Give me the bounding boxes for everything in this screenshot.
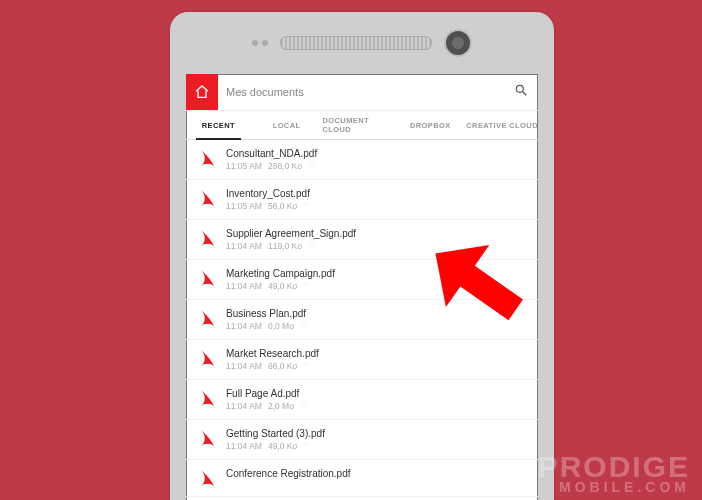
- file-meta: 11:04 AM0,0 Mo♡: [226, 321, 526, 331]
- favorite-icon: ♡: [300, 322, 307, 331]
- pdf-icon: [196, 188, 216, 208]
- list-item[interactable]: Marketing Campaign.pdf11:04 AM49,0 Ko♡: [186, 260, 538, 300]
- tab-dropbox[interactable]: DROPBOX: [394, 111, 466, 139]
- list-item[interactable]: Inventory_Cost.pdf11:05 AM56,0 Ko♡: [186, 180, 538, 220]
- favorite-icon: ♡: [303, 362, 310, 371]
- sensor-dots: [252, 40, 268, 46]
- favorite-icon: ♡: [303, 202, 310, 211]
- pdf-icon: [196, 148, 216, 168]
- file-name: Inventory_Cost.pdf: [226, 188, 526, 199]
- svg-line-1: [523, 92, 527, 96]
- file-name: Supplier Agreement_Sign.pdf: [226, 228, 526, 239]
- watermark-line2: MOBILE.COM: [538, 480, 690, 494]
- pdf-icon: [196, 468, 216, 488]
- file-name: Market Research.pdf: [226, 348, 526, 359]
- pdf-icon: [196, 388, 216, 408]
- pdf-icon: [196, 348, 216, 368]
- tab-bar: RECENT LOCAL DOCUMENT CLOUD DROPBOX CREA…: [186, 111, 538, 140]
- file-meta: 11:05 AM56,0 Ko♡: [226, 201, 526, 211]
- file-list: Consultant_NDA.pdf11:05 AM286,0 Ko♡ Inve…: [186, 140, 538, 497]
- file-name: Business Plan.pdf: [226, 308, 526, 319]
- favorite-icon: ♡: [303, 442, 310, 451]
- front-camera: [444, 29, 472, 57]
- tab-creative-cloud[interactable]: CREATIVE CLOUD: [466, 111, 538, 139]
- watermark: PRODIGE MOBILE.COM: [538, 452, 690, 494]
- file-meta: 11:04 AM49,0 Ko♡: [226, 281, 526, 291]
- list-item[interactable]: Consultant_NDA.pdf11:05 AM286,0 Ko♡: [186, 140, 538, 180]
- file-name: Full Page Ad.pdf: [226, 388, 526, 399]
- file-name: Marketing Campaign.pdf: [226, 268, 526, 279]
- file-meta: 11:05 AM286,0 Ko♡: [226, 161, 526, 171]
- svg-point-0: [516, 85, 523, 92]
- list-item[interactable]: Market Research.pdf11:04 AM66,0 Ko♡: [186, 340, 538, 380]
- favorite-icon: ♡: [308, 162, 315, 171]
- speaker-grille: [280, 36, 432, 50]
- page-title: Mes documents: [218, 86, 504, 98]
- pdf-icon: [196, 308, 216, 328]
- file-meta: 11:04 AM2,0 Mo♡: [226, 401, 526, 411]
- file-meta: 11:04 AM49,0 Ko♡: [226, 441, 526, 451]
- file-meta: 11:04 AM119,0 Ko♡: [226, 241, 526, 251]
- file-name: Getting Started (3).pdf: [226, 428, 526, 439]
- pdf-icon: [196, 268, 216, 288]
- list-item[interactable]: Getting Started (3).pdf11:04 AM49,0 Ko♡: [186, 420, 538, 460]
- tab-recent[interactable]: RECENT: [186, 111, 251, 139]
- phone-frame: Mes documents RECENT LOCAL DOCUMENT CLOU…: [170, 12, 554, 500]
- pdf-icon: [196, 228, 216, 248]
- phone-top-hardware: [170, 30, 554, 56]
- file-name: Consultant_NDA.pdf: [226, 148, 526, 159]
- tab-document-cloud[interactable]: DOCUMENT CLOUD: [323, 111, 395, 139]
- favorite-icon: ♡: [300, 402, 307, 411]
- favorite-icon: ♡: [308, 242, 315, 251]
- app-header: Mes documents: [186, 74, 538, 111]
- search-icon[interactable]: [504, 83, 538, 101]
- watermark-line1: PRODIGE: [538, 452, 690, 482]
- tab-local[interactable]: LOCAL: [251, 111, 323, 139]
- favorite-icon: ♡: [303, 282, 310, 291]
- phone-screen: Mes documents RECENT LOCAL DOCUMENT CLOU…: [186, 74, 538, 500]
- list-item[interactable]: Business Plan.pdf11:04 AM0,0 Mo♡: [186, 300, 538, 340]
- home-icon[interactable]: [186, 74, 218, 110]
- file-meta: 11:04 AM66,0 Ko♡: [226, 361, 526, 371]
- file-name: Conference Registration.pdf: [226, 468, 526, 479]
- list-item[interactable]: Supplier Agreement_Sign.pdf11:04 AM119,0…: [186, 220, 538, 260]
- list-item[interactable]: Conference Registration.pdf: [186, 460, 538, 497]
- pdf-icon: [196, 428, 216, 448]
- list-item[interactable]: Full Page Ad.pdf11:04 AM2,0 Mo♡: [186, 380, 538, 420]
